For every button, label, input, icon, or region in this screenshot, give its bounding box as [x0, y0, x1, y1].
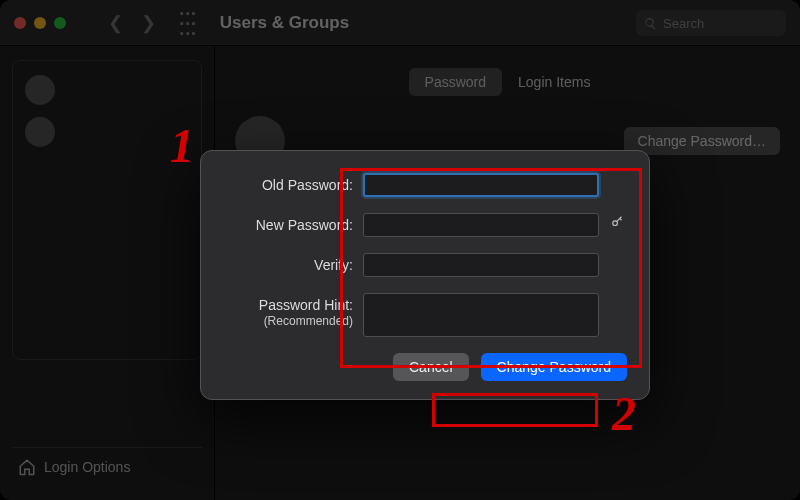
nav-arrows: ❮ ❯	[108, 12, 156, 34]
search-placeholder: Search	[663, 16, 704, 31]
system-preferences-window: ❮ ❯ ▪▪▪▪▪▪▪▪▪ Users & Groups Search	[0, 0, 800, 500]
pane-title: Users & Groups	[220, 13, 349, 33]
user-list-item-label	[63, 125, 66, 139]
login-options-label: Login Options	[44, 459, 130, 475]
titlebar: ❮ ❯ ▪▪▪▪▪▪▪▪▪ Users & Groups Search	[0, 0, 800, 46]
login-options-button[interactable]: Login Options	[12, 447, 202, 486]
tabs: Password Login Items	[235, 68, 780, 96]
avatar	[25, 75, 55, 105]
users-sidebar: Login Options	[0, 46, 215, 500]
hint-input[interactable]	[363, 293, 599, 337]
close-window-button[interactable]	[14, 17, 26, 29]
old-password-label: Old Password:	[223, 173, 353, 194]
search-field[interactable]: Search	[636, 10, 786, 36]
minimize-window-button[interactable]	[34, 17, 46, 29]
verify-label: Verify:	[223, 253, 353, 274]
user-list-item[interactable]	[21, 111, 193, 153]
hint-label: Password Hint: (Recommended)	[223, 293, 353, 328]
back-button[interactable]: ❮	[108, 12, 123, 34]
old-password-row: Old Password:	[223, 173, 627, 197]
svg-point-0	[613, 221, 618, 226]
change-password-button[interactable]: Change Password	[481, 353, 627, 381]
new-password-label: New Password:	[223, 213, 353, 234]
user-list[interactable]	[12, 60, 202, 360]
house-icon	[18, 458, 36, 476]
user-list-item-label	[63, 83, 66, 97]
user-display-name	[297, 131, 302, 151]
change-password-dialog: Old Password: New Password: Verify: Pass…	[200, 150, 650, 400]
verify-row: Verify:	[223, 253, 627, 277]
verify-input[interactable]	[363, 253, 599, 277]
search-icon	[644, 17, 657, 30]
old-password-input[interactable]	[363, 173, 599, 197]
zoom-window-button[interactable]	[54, 17, 66, 29]
password-assistant-key-icon[interactable]	[609, 213, 627, 229]
dialog-buttons: Cancel Change Password	[223, 353, 627, 381]
new-password-input[interactable]	[363, 213, 599, 237]
user-list-item[interactable]	[21, 69, 193, 111]
window-controls	[14, 17, 66, 29]
show-all-prefs-icon[interactable]: ▪▪▪▪▪▪▪▪▪	[180, 8, 198, 38]
forward-button[interactable]: ❯	[141, 12, 156, 34]
hint-row: Password Hint: (Recommended)	[223, 293, 627, 337]
tab-password[interactable]: Password	[409, 68, 502, 96]
new-password-row: New Password:	[223, 213, 627, 237]
open-change-password-button[interactable]: Change Password…	[624, 127, 780, 155]
cancel-button[interactable]: Cancel	[393, 353, 469, 381]
tab-login-items[interactable]: Login Items	[502, 68, 606, 96]
avatar	[25, 117, 55, 147]
